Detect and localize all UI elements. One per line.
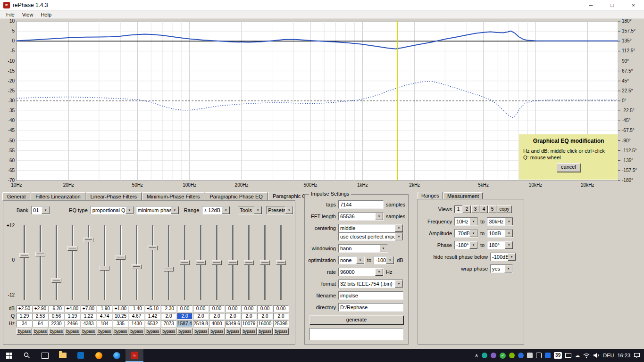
tray-count-badge[interactable]: 39 — [554, 352, 562, 359]
rate-select[interactable]: 96000▼ — [338, 268, 384, 276]
tab-paragraphic-phase-eq[interactable]: Paragraphic Phase EQ — [205, 192, 268, 200]
eq-db-cell-9[interactable]: +5.10 — [145, 305, 160, 312]
slider-thumb[interactable] — [212, 260, 222, 265]
eq-db-cell-8[interactable]: -1.40 — [129, 305, 144, 312]
eq-bypass-button-17[interactable]: bypass — [273, 328, 289, 335]
eq-band-17-slider[interactable] — [273, 225, 289, 300]
notification-center-icon[interactable] — [634, 353, 640, 358]
maximize-button[interactable]: □ — [602, 0, 623, 10]
eq-hz-cell-17[interactable]: 25398 — [273, 321, 289, 327]
eq-q-cell-3[interactable]: 0.56 — [49, 313, 64, 320]
eq-bypass-button-2[interactable]: bypass — [33, 328, 48, 335]
eq-band-1-slider[interactable] — [17, 225, 32, 300]
close-button[interactable]: × — [623, 0, 644, 10]
eq-hz-cell-11[interactable]: 1587.4 — [177, 321, 192, 327]
eq-q-cell-2[interactable]: 2.53 — [33, 313, 48, 320]
view-button-1[interactable]: 1 — [454, 206, 462, 213]
slider-thumb[interactable] — [180, 260, 190, 265]
cancel-button[interactable]: cancel — [557, 163, 580, 172]
tray-icon-violet[interactable] — [491, 353, 496, 358]
eq-q-cell-7[interactable]: 10.25 — [113, 313, 128, 320]
tab-ranges[interactable]: Ranges — [418, 192, 443, 199]
eq-band-13-slider[interactable] — [209, 225, 225, 300]
eq-db-cell-17[interactable]: 0.00 — [273, 305, 289, 312]
bank-select[interactable]: 01▼ — [31, 206, 50, 214]
eq-db-cell-11[interactable]: 0.00 — [177, 305, 192, 312]
view-button-5[interactable]: 5 — [488, 206, 496, 213]
eq-hz-cell-12[interactable]: 2519.8 — [193, 321, 209, 327]
eq-hz-cell-1[interactable]: 34 — [17, 321, 32, 327]
eq-band-16-slider[interactable] — [257, 225, 273, 300]
eq-q-cell-9[interactable]: 1.42 — [145, 313, 160, 320]
phase-from-select[interactable]: -180°▼ — [454, 241, 478, 249]
eq-band-3-slider[interactable] — [49, 225, 64, 300]
slider-thumb[interactable] — [228, 260, 238, 265]
tray-icon-outline[interactable] — [536, 353, 542, 358]
store-button[interactable] — [72, 349, 90, 362]
eq-q-cell-14[interactable]: 2.0 — [225, 313, 241, 320]
cloud-icon[interactable]: ☁ — [575, 352, 580, 359]
eq-q-cell-13[interactable]: 2.0 — [209, 313, 225, 320]
eq-hz-cell-4[interactable]: 2466 — [65, 321, 80, 327]
slider-thumb[interactable] — [132, 264, 142, 269]
directory-input[interactable] — [338, 303, 403, 312]
tray-expand-chevron-icon[interactable]: ∧ — [475, 352, 478, 359]
eq-bypass-button-11[interactable]: bypass — [177, 328, 192, 335]
eq-bypass-button-5[interactable]: bypass — [81, 328, 96, 335]
view-button-2[interactable]: 2 — [463, 206, 471, 213]
eq-band-7-slider[interactable] — [113, 225, 128, 300]
menu-help[interactable]: Help — [37, 11, 55, 18]
amplitude-from-select[interactable]: -70dB▼ — [454, 229, 478, 238]
wrap-phase-select[interactable]: yes▼ — [490, 264, 513, 273]
tab-measurement[interactable]: Measurement — [443, 192, 483, 199]
tray-icon-blue-square[interactable] — [545, 353, 551, 358]
eq-bypass-button-3[interactable]: bypass — [49, 328, 64, 335]
menu-view[interactable]: View — [18, 11, 37, 18]
tray-icon-blue[interactable] — [518, 353, 524, 358]
tray-icon-gray[interactable] — [527, 353, 533, 358]
slider-thumb[interactable] — [116, 255, 125, 260]
view-button-copy[interactable]: copy — [497, 206, 512, 213]
windowing-select[interactable]: hann▼ — [338, 244, 388, 253]
eq-q-cell-6[interactable]: 4.74 — [97, 313, 112, 320]
eq-q-cell-12[interactable]: 2.0 — [193, 313, 209, 320]
eq-q-cell-16[interactable]: 2.0 — [257, 313, 273, 320]
eq-hz-cell-13[interactable]: 4000 — [209, 321, 225, 327]
eq-hz-cell-14[interactable]: 6349.6 — [225, 321, 241, 327]
slider-thumb[interactable] — [19, 253, 29, 258]
eq-db-cell-14[interactable]: 0.00 — [225, 305, 241, 312]
fft-length-select[interactable]: 65536▼ — [338, 212, 384, 221]
eq-db-cell-1[interactable]: +2.50 — [17, 305, 32, 312]
eq-band-10-slider[interactable] — [161, 225, 176, 300]
eq-q-cell-17[interactable]: 2.0 — [273, 313, 289, 320]
centering-select[interactable]: middle▼ — [338, 224, 403, 232]
eq-hz-cell-7[interactable]: 335 — [113, 321, 128, 327]
filename-input[interactable] — [338, 291, 403, 300]
eq-q-cell-8[interactable]: 4.67 — [129, 313, 144, 320]
eq-band-5-slider[interactable] — [81, 225, 96, 300]
slider-thumb[interactable] — [84, 238, 93, 242]
eq-hz-cell-3[interactable]: 2230 — [49, 321, 64, 327]
eq-band-14-slider[interactable] — [225, 225, 241, 300]
search-button[interactable] — [18, 349, 36, 362]
taps-input[interactable] — [338, 200, 384, 209]
optimization-db-select[interactable]: -100▼ — [374, 256, 394, 264]
eq-bypass-button-8[interactable]: bypass — [129, 328, 144, 335]
centering-mode-select[interactable]: use closest perfect impulse▼ — [338, 232, 403, 241]
slider-thumb[interactable] — [276, 260, 286, 265]
view-button-3[interactable]: 3 — [471, 206, 479, 213]
eq-q-cell-15[interactable]: 2.0 — [241, 313, 257, 320]
frequency-to-select[interactable]: 30kHz▼ — [487, 217, 513, 226]
generate-button[interactable]: generate — [309, 315, 403, 324]
menu-file[interactable]: File — [2, 11, 18, 18]
eq-bypass-button-9[interactable]: bypass — [145, 328, 160, 335]
eq-type-select[interactable]: proportional Q▼ — [91, 206, 134, 214]
eq-db-cell-16[interactable]: 0.00 — [257, 305, 273, 312]
tab-linear-phase-filters[interactable]: Linear-Phase Filters — [86, 192, 142, 200]
eq-hz-cell-8[interactable]: 1430 — [129, 321, 144, 327]
eq-bypass-button-14[interactable]: bypass — [225, 328, 241, 335]
eq-bypass-button-13[interactable]: bypass — [209, 328, 225, 335]
eq-q-cell-4[interactable]: 1.19 — [65, 313, 80, 320]
keyboard-language[interactable]: DEU — [603, 353, 614, 358]
eq-db-cell-13[interactable]: 0.00 — [209, 305, 225, 312]
